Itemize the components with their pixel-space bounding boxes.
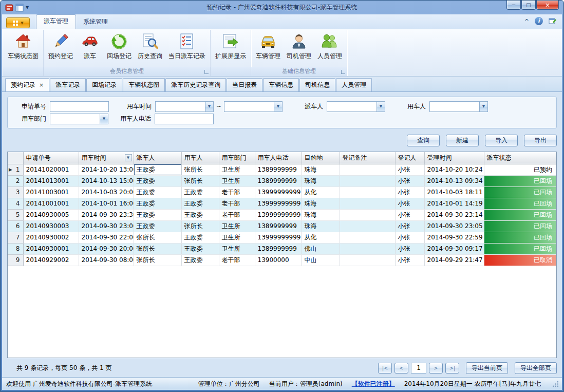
table-cell[interactable]: 张所长 bbox=[181, 164, 219, 175]
table-cell-status[interactable]: 已回场 bbox=[484, 220, 556, 232]
column-header[interactable]: 用车人电话 bbox=[255, 152, 302, 164]
table-cell[interactable]: 王政委 bbox=[181, 209, 219, 220]
table-cell[interactable] bbox=[340, 198, 395, 209]
table-cell[interactable]: 2014-09-30 23:30 bbox=[79, 209, 134, 220]
table-cell[interactable] bbox=[340, 175, 395, 186]
document-tab[interactable]: 派车记录 bbox=[50, 78, 86, 91]
table-cell[interactable]: 20140930001 bbox=[23, 243, 79, 254]
query-button[interactable]: 查询 bbox=[407, 135, 440, 146]
document-tab[interactable]: 回场记录 bbox=[86, 78, 122, 91]
column-header[interactable]: 目的地 bbox=[302, 152, 340, 164]
table-cell[interactable]: 20141013001 bbox=[23, 175, 79, 186]
table-cell[interactable] bbox=[340, 254, 395, 266]
ribbon-button-house[interactable]: 车辆状态图 bbox=[5, 31, 42, 62]
document-tab[interactable]: 司机信息 bbox=[299, 78, 335, 91]
ribbon-button-search-document[interactable]: 历史查询 bbox=[135, 31, 165, 62]
table-cell[interactable]: 2014-10-01 16:00 bbox=[79, 198, 134, 209]
row-indicator-cell[interactable]: 6 bbox=[8, 220, 23, 232]
table-cell[interactable] bbox=[340, 186, 395, 198]
table-cell[interactable]: 王政委 bbox=[134, 186, 181, 198]
chevron-down-icon[interactable]: ▼ bbox=[479, 102, 487, 111]
ribbon-button-screen-arrow[interactable]: 扩展屏显示 bbox=[212, 31, 249, 62]
row-indicator-cell[interactable]: 4 bbox=[8, 198, 23, 209]
table-cell[interactable]: 13999999999 bbox=[255, 198, 302, 209]
prev-page-button[interactable]: < bbox=[394, 363, 408, 374]
table-cell[interactable]: 2014-10-03 20:00 bbox=[79, 186, 134, 198]
table-cell[interactable]: 2014-09-30 22:00 bbox=[79, 232, 134, 243]
application-menu-button[interactable]: ▼ bbox=[6, 17, 30, 28]
table-cell[interactable]: 王政委 bbox=[181, 232, 219, 243]
close-button[interactable]: × bbox=[536, 1, 559, 10]
table-cell[interactable]: 2014-10-20 10:24 bbox=[424, 164, 484, 175]
ribbon-button-people[interactable]: 人员管理 bbox=[314, 31, 345, 62]
chevron-down-icon[interactable]: ▼ bbox=[205, 102, 213, 111]
table-cell[interactable]: 2014-10-03 18:11 bbox=[424, 186, 484, 198]
column-header[interactable]: 用车部门 bbox=[219, 152, 255, 164]
table-cell-status[interactable]: 已回场 bbox=[484, 186, 556, 198]
table-cell[interactable] bbox=[340, 209, 395, 220]
row-indicator-cell[interactable]: 8 bbox=[8, 243, 23, 254]
table-cell[interactable]: 20141020001 bbox=[23, 164, 79, 175]
table-cell[interactable]: 2014-09-30 23:14 bbox=[424, 209, 484, 220]
table-cell[interactable]: 张所长 bbox=[181, 175, 219, 186]
table-cell[interactable]: 卫生所 bbox=[219, 232, 255, 243]
chevron-down-icon[interactable]: ▼ bbox=[274, 102, 282, 111]
table-cell[interactable]: 2014-09-30 20:00 bbox=[79, 243, 134, 254]
close-tab-icon[interactable]: × bbox=[39, 82, 44, 88]
table-cell[interactable]: 王政委 bbox=[134, 198, 181, 209]
table-cell-status[interactable]: 已回场 bbox=[484, 198, 556, 209]
phone-input[interactable] bbox=[155, 114, 214, 124]
table-cell[interactable]: 张所长 bbox=[134, 232, 181, 243]
table-cell[interactable]: 珠海 bbox=[302, 175, 340, 186]
table-cell[interactable]: 老干部 bbox=[219, 254, 255, 266]
table-cell[interactable]: 2014-09-29 21:47 bbox=[424, 254, 484, 266]
table-cell[interactable]: 卫生所 bbox=[219, 164, 255, 175]
minimize-button[interactable]: ─ bbox=[506, 1, 521, 10]
qat-dropdown-icon[interactable]: ▼ bbox=[26, 5, 29, 10]
table-cell[interactable]: 珠海 bbox=[302, 209, 340, 220]
table-cell[interactable]: 2014-10-13 15:00 bbox=[79, 175, 134, 186]
table-cell[interactable]: 珠海 bbox=[302, 220, 340, 232]
department-combo[interactable]: ▼ bbox=[50, 114, 108, 124]
column-header[interactable]: 登记人 bbox=[395, 152, 424, 164]
table-cell[interactable]: 老干部 bbox=[219, 209, 255, 220]
table-cell[interactable]: 珠海 bbox=[302, 164, 340, 175]
ribbon-button-green-refresh[interactable]: 回场登记 bbox=[104, 31, 135, 62]
table-row[interactable]: 5201409300052014-09-30 23:30王政委王政委老干部139… bbox=[8, 209, 556, 220]
table-cell[interactable]: 王政委 bbox=[134, 220, 181, 232]
table-cell[interactable]: 珠海 bbox=[302, 198, 340, 209]
new-button[interactable]: 新建 bbox=[446, 135, 479, 146]
last-page-button[interactable]: >| bbox=[445, 363, 459, 374]
chevron-down-icon[interactable]: ▼ bbox=[377, 102, 385, 111]
table-row[interactable]: 9201409290022014-09-30 08:00张所长王政委老干部139… bbox=[8, 254, 556, 266]
table-cell[interactable]: 2014-09-30 23:00 bbox=[79, 220, 134, 232]
document-tab[interactable]: 派车历史记录查询 bbox=[165, 78, 226, 91]
table-cell[interactable]: 20140929002 bbox=[23, 254, 79, 266]
next-page-button[interactable]: > bbox=[429, 363, 443, 374]
table-cell[interactable]: 王政委 bbox=[181, 243, 219, 254]
table-cell[interactable]: 20140930002 bbox=[23, 232, 79, 243]
table-cell[interactable]: 13900000 bbox=[255, 254, 302, 266]
table-cell[interactable]: 王政委 bbox=[134, 209, 181, 220]
ribbon-tab-dispatch-management[interactable]: 派车管理 bbox=[36, 14, 76, 29]
document-tab[interactable]: 车辆信息 bbox=[263, 78, 299, 91]
use-time-from-combo[interactable]: ▼ bbox=[155, 101, 214, 112]
first-page-button[interactable]: |< bbox=[378, 363, 392, 374]
table-cell[interactable]: 小张 bbox=[395, 232, 424, 243]
table-cell[interactable]: 小张 bbox=[395, 186, 424, 198]
document-tab[interactable]: 预约记录× bbox=[5, 78, 49, 91]
column-header[interactable]: 派车人 bbox=[134, 152, 181, 164]
table-cell[interactable]: 王政委 bbox=[181, 198, 219, 209]
table-cell[interactable]: 卫生所 bbox=[219, 243, 255, 254]
table-cell[interactable]: 张所长 bbox=[134, 254, 181, 266]
table-cell[interactable]: 2014-09-30 08:00 bbox=[79, 254, 134, 266]
table-row[interactable]: 2201410130012014-10-13 15:00王政委张所长卫生所138… bbox=[8, 175, 556, 186]
column-header[interactable]: 登记备注 bbox=[340, 152, 395, 164]
column-header[interactable]: 申请单号 bbox=[23, 152, 79, 164]
table-cell[interactable]: 从化 bbox=[302, 186, 340, 198]
export-current-page-button[interactable]: 导出当前页 bbox=[466, 362, 508, 374]
table-cell[interactable]: 2014-10-13 09:34 bbox=[424, 175, 484, 186]
dialog-launcher-icon[interactable] bbox=[204, 70, 209, 74]
table-row[interactable]: 7201409300022014-09-30 22:00张所长王政委卫生所139… bbox=[8, 232, 556, 243]
column-header[interactable]: 用车人 bbox=[181, 152, 219, 164]
